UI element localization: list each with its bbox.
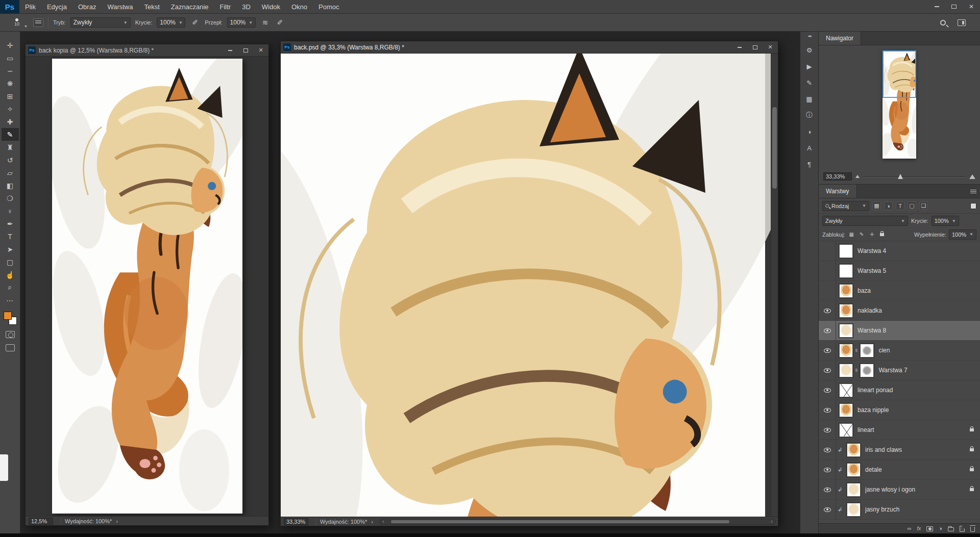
zoom-level-field[interactable]: 12,5% [29, 518, 53, 525]
layer-row[interactable]: baza nipple [819, 400, 980, 420]
horizontal-scrollbar[interactable]: ‹ › [379, 519, 776, 525]
document-window-back-psd[interactable]: Ps back.psd @ 33,3% (Warstwa 8,RGB/8) * … [280, 41, 778, 526]
app-minimize-button[interactable] [928, 0, 945, 13]
quick-mask-button[interactable] [6, 331, 15, 338]
layer-opacity-dropdown[interactable]: 100% ▼ [932, 216, 959, 226]
layer-thumbnail[interactable] [839, 344, 853, 357]
layer-visibility-toggle[interactable] [819, 500, 836, 519]
rectangular-marquee-tool[interactable]: ▭ [2, 52, 19, 64]
new-layer-button[interactable] [960, 526, 965, 532]
filter-pixel-layers-icon[interactable]: ▦ [872, 201, 881, 210]
flow-dropdown[interactable]: 100% ▼ [227, 17, 256, 28]
navigator-zoom-field[interactable]: 33,33% [823, 172, 852, 181]
menu-item[interactable]: Edycja [41, 0, 72, 13]
menu-item[interactable]: 3D [236, 0, 256, 13]
eyedropper-tool[interactable]: ✧ [2, 103, 19, 115]
filter-shape-layers-icon[interactable]: ▢ [908, 201, 916, 210]
navigator-thumbnail[interactable] [883, 50, 916, 159]
document-window-back-kopia[interactable]: Ps back kopia @ 12,5% (Warstwa 8,RGB/8) … [25, 44, 269, 526]
layer-visibility-toggle[interactable] [819, 321, 836, 340]
layer-style-button[interactable]: fx [917, 526, 921, 531]
layer-thumbnail[interactable] [839, 244, 853, 258]
layer-visibility-toggle[interactable] [819, 380, 836, 400]
layer-row[interactable]: nakladka [819, 301, 980, 321]
tablet-pressure-opacity-icon[interactable]: ✐ [190, 18, 200, 27]
filter-adjustment-layers-icon[interactable]: ◑ [884, 201, 893, 210]
filter-smart-objects-icon[interactable]: ❏ [919, 201, 928, 210]
airbrush-icon[interactable]: ≋ [260, 18, 271, 27]
panel-menu-icon[interactable] [967, 185, 980, 198]
tab-layers[interactable]: Warstwy [819, 185, 857, 198]
layer-thumbnail[interactable] [839, 383, 853, 397]
status-options-button[interactable]: › [116, 518, 118, 524]
lock-pixels-icon[interactable]: ✎ [858, 231, 866, 238]
layer-row[interactable]: ↳jasny brzuch [819, 500, 980, 520]
menu-item[interactable]: Zaznaczanie [165, 0, 214, 13]
layer-visibility-toggle[interactable] [819, 261, 836, 280]
scroll-right-icon[interactable]: › [768, 519, 775, 524]
app-maximize-button[interactable] [945, 0, 963, 13]
lock-transparency-icon[interactable]: ▦ [848, 231, 855, 238]
layer-visibility-toggle[interactable] [819, 400, 836, 420]
layer-row[interactable]: baza [819, 281, 980, 301]
layer-visibility-toggle[interactable] [819, 480, 836, 499]
filter-type-dropdown[interactable]: Rodzaj ▼ [822, 201, 869, 211]
edit-toolbar[interactable]: ⋯ [2, 294, 19, 306]
app-close-button[interactable]: ✕ [963, 0, 980, 13]
foreground-color-swatch[interactable] [4, 312, 12, 320]
canvas-area[interactable] [281, 54, 778, 517]
layer-thumbnail[interactable] [847, 463, 861, 477]
quick-selection-tool[interactable]: ❋ [2, 77, 19, 90]
new-group-button[interactable] [948, 527, 954, 531]
layer-row[interactable]: lineart ponad [819, 380, 980, 400]
panel-tool-presets-icon[interactable]: ✎ [803, 76, 816, 89]
layer-row[interactable]: ↳detale [819, 460, 980, 480]
document-titlebar[interactable]: Ps back kopia @ 12,5% (Warstwa 8,RGB/8) … [26, 44, 268, 57]
blend-mode-dropdown[interactable]: Zwykły ▼ [70, 17, 131, 28]
layer-thumbnail[interactable] [839, 284, 853, 298]
filter-type-layers-icon[interactable]: T [896, 201, 904, 210]
layer-visibility-toggle[interactable] [819, 301, 836, 320]
panel-character-icon[interactable]: A [803, 141, 816, 155]
layer-mask-thumbnail[interactable] [860, 364, 874, 377]
layer-visibility-toggle[interactable] [819, 440, 836, 459]
layer-row[interactable]: Warstwa 4 [819, 241, 980, 261]
layer-visibility-toggle[interactable] [819, 241, 836, 261]
layer-row[interactable]: Warstwa 5 [819, 261, 980, 281]
zoom-in-icon[interactable] [969, 174, 975, 179]
slider-thumb[interactable] [898, 174, 903, 179]
menu-item[interactable]: Widok [256, 0, 286, 13]
doc-close-button[interactable]: ✕ [253, 44, 268, 56]
layer-visibility-toggle[interactable] [819, 460, 836, 479]
menu-item[interactable]: Warstwa [102, 0, 138, 13]
layer-blend-mode-dropdown[interactable]: Zwykły ▼ [822, 216, 908, 226]
move-tool[interactable]: ✛ [2, 39, 19, 52]
layer-visibility-toggle[interactable] [819, 341, 836, 360]
path-selection-tool[interactable]: ➤ [2, 243, 19, 255]
doc-close-button[interactable]: ✕ [763, 41, 778, 53]
layer-thumbnail[interactable] [839, 304, 853, 318]
opacity-dropdown[interactable]: 100% ▼ [157, 17, 185, 28]
layer-row[interactable]: ∞cien [819, 341, 980, 361]
menu-item[interactable]: Okno [286, 0, 313, 13]
layer-mask-thumbnail[interactable] [860, 344, 874, 357]
menu-item[interactable]: Plik [19, 0, 41, 13]
gradient-tool[interactable]: ◧ [2, 179, 19, 192]
brush-tool[interactable]: ✎ [2, 128, 19, 141]
navigator-preview[interactable] [819, 45, 980, 169]
layer-row[interactable]: lineart [819, 420, 980, 440]
navigator-zoom-slider[interactable] [863, 173, 966, 180]
layer-fill-dropdown[interactable]: 100% ▼ [949, 229, 976, 240]
docked-panel-edge[interactable] [0, 454, 8, 481]
layer-visibility-toggle[interactable] [819, 281, 836, 300]
menu-item[interactable]: Pomoc [313, 0, 345, 13]
canvas-area[interactable] [26, 57, 268, 516]
pen-tool[interactable]: ✒ [2, 217, 19, 230]
spot-healing-brush-tool[interactable]: ✚ [2, 115, 19, 128]
clone-stamp-tool[interactable]: ♜ [2, 141, 19, 154]
document-titlebar[interactable]: Ps back.psd @ 33,3% (Warstwa 8,RGB/8) * … [281, 41, 778, 54]
scrollbar-thumb[interactable] [391, 520, 729, 523]
type-tool[interactable]: T [2, 230, 19, 243]
status-options-button[interactable]: › [371, 519, 373, 525]
layer-thumbnail[interactable] [847, 443, 861, 457]
